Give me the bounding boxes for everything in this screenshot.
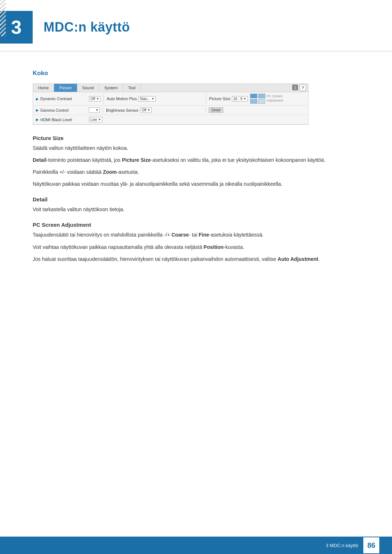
pc-screen-para3: Jos haluat suorittaa taajuudensäädön, hi… xyxy=(33,255,359,263)
page-footer: 3 MDC:n käyttö 86 xyxy=(0,537,392,554)
row1-select2[interactable]: Stan...▼ xyxy=(138,96,156,102)
row2-field3: Detail xyxy=(209,107,305,113)
row1-field3-label: Picture Size xyxy=(209,97,230,101)
row2-field2: Brightness Sensor Off▼ xyxy=(106,107,203,113)
menu-system[interactable]: System xyxy=(99,84,123,92)
pc-screen-label: PC Screen Adjustment xyxy=(267,94,283,103)
row2-arrow: ▶ xyxy=(36,108,39,112)
ui-row-1: ▶ Dynamic Contrast Off▼ Auto Motion Plus… xyxy=(33,92,308,106)
row1-select[interactable]: Off▼ xyxy=(89,96,101,102)
row3-select[interactable]: Low▼ xyxy=(89,117,102,122)
footer-page-number: 86 xyxy=(363,537,379,553)
section-heading: Koko xyxy=(33,70,359,77)
row2-field2-label: Brightness Sensor xyxy=(106,108,139,112)
separator1 xyxy=(103,94,104,104)
separator2 xyxy=(206,94,206,104)
menu-sound[interactable]: Sound xyxy=(77,84,99,92)
thumb1 xyxy=(250,94,257,98)
picture-size-heading: Picture Size xyxy=(33,135,359,141)
menu-picture[interactable]: Picture xyxy=(54,84,77,92)
ui-mockup: Home Picture Sound System Tool 1 ? ▶ Dyn… xyxy=(33,83,309,125)
menu-tool[interactable]: Tool xyxy=(123,84,141,92)
thumb3 xyxy=(250,99,257,104)
ui-row-2: ▶ Gamma Control ▼ Brightness Sensor Off▼… xyxy=(33,106,308,115)
separator4 xyxy=(205,107,206,113)
picture-size-para2: Detail-toiminto poistetaan käytöstä, jos… xyxy=(33,156,359,164)
separator3 xyxy=(103,107,103,113)
row2-select2[interactable]: Off▼ xyxy=(140,107,152,113)
pc-screen-para2: Voit vaihtaa näyttökuvan paikkaa napsaut… xyxy=(33,243,359,251)
chapter-title: MDC:n käyttö xyxy=(44,20,130,35)
menu-home[interactable]: Home xyxy=(33,84,54,92)
thumbs-row1 xyxy=(250,94,265,98)
ui-rows: ▶ Dynamic Contrast Off▼ Auto Motion Plus… xyxy=(33,92,308,124)
row3-label: HDMI Black Level xyxy=(40,118,87,122)
row1-field2-label: Auto Motion Plus xyxy=(107,97,137,101)
thumb2 xyxy=(258,94,265,98)
row3-arrow: ▶ xyxy=(36,118,39,122)
row1-label: Dynamic Contrast xyxy=(40,97,87,101)
footer-text: 3 MDC:n käyttö xyxy=(326,543,358,548)
pc-screen-para1: Taajuudensäätö tai hienoviritys on mahdo… xyxy=(33,231,359,239)
thumbnail-area xyxy=(250,94,265,104)
picture-size-para1: Säädä valitun näyttölaitteen näytön koko… xyxy=(33,144,359,152)
picture-size-para3: Painikkeilla +/- voidaan säätää Zoom-ase… xyxy=(33,168,359,176)
ui-row-3: ▶ HDMI Black Level Low▼ xyxy=(33,115,308,124)
row1-select3[interactable]: 16 : 9▼ xyxy=(232,96,248,102)
main-content: Koko Home Picture Sound System Tool 1 ? … xyxy=(0,52,392,296)
picture-size-para4: Näyttökuvan paikkaa voidaan muuttaa ylä-… xyxy=(33,180,359,188)
stripe-decoration xyxy=(0,0,6,36)
row2-label: Gamma Control xyxy=(40,108,87,112)
help-button[interactable]: ? xyxy=(299,85,306,91)
row1-field2: Auto Motion Plus Stan...▼ xyxy=(107,96,203,102)
ui-menubar: Home Picture Sound System Tool 1 ? xyxy=(33,84,308,92)
num-badge: 1 xyxy=(292,85,298,90)
thumb4 xyxy=(258,99,265,104)
detail-button[interactable]: Detail xyxy=(209,107,223,113)
row1-field3: Picture Size 16 : 9▼ PC Screen xyxy=(209,94,305,104)
detail-para1: Voit tarkastella valitun näyttökoon tiet… xyxy=(33,205,359,214)
pc-screen-heading: PC Screen Adjustment xyxy=(33,222,359,228)
row2-select[interactable]: ▼ xyxy=(89,107,100,113)
chapter-number: 3 xyxy=(11,16,22,38)
page-header: 3 MDC:n käyttö xyxy=(0,0,392,52)
thumbs-row2 xyxy=(250,99,265,104)
detail-heading: Detail xyxy=(33,196,359,202)
row1-arrow: ▶ xyxy=(36,97,39,101)
